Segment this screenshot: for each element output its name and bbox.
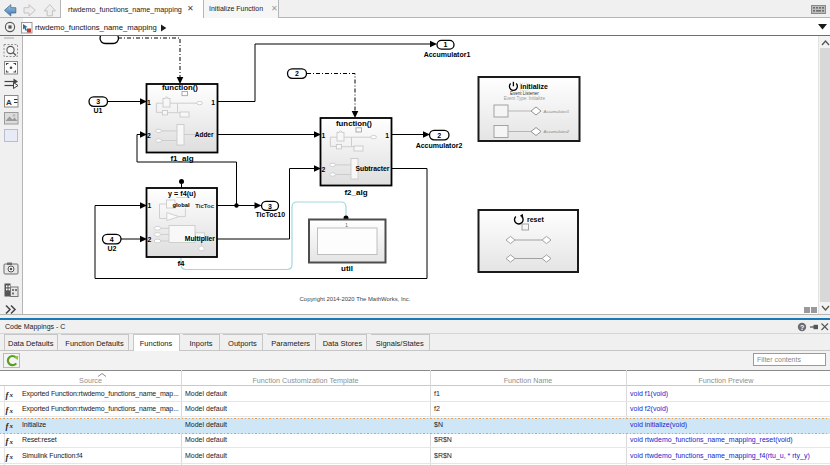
svg-text:U1: U1 (94, 107, 103, 114)
svg-text:Accumulator2: Accumulator2 (416, 142, 463, 149)
svg-text:Subtracter: Subtracter (356, 165, 390, 172)
svg-text:1: 1 (322, 132, 326, 139)
svg-text:Adder: Adder (195, 131, 214, 138)
svg-text:function(): function() (336, 119, 372, 128)
svg-text:1: 1 (444, 41, 448, 48)
svg-text:Event Type: Initialize: Event Type: Initialize (504, 96, 546, 101)
svg-text:function(): function() (162, 83, 198, 92)
svg-text:2: 2 (147, 132, 151, 139)
svg-text:3: 3 (268, 203, 272, 210)
svg-text:Copyright 2014-2020 The MathWo: Copyright 2014-2020 The MathWorks, Inc. (300, 296, 411, 302)
svg-text:1: 1 (148, 202, 152, 209)
svg-text:TicToc: TicToc (195, 203, 214, 209)
svg-text:2: 2 (322, 166, 326, 173)
svg-text:2: 2 (295, 70, 299, 77)
svg-text:?: ? (800, 323, 804, 330)
svg-text:Accumulator1: Accumulator1 (543, 109, 570, 114)
svg-text:U2: U2 (108, 245, 117, 252)
svg-text:2: 2 (148, 236, 152, 243)
svg-text:A: A (6, 98, 12, 107)
svg-text:3: 3 (96, 98, 100, 105)
svg-text:util: util (341, 264, 353, 273)
svg-text:Accumulator1: Accumulator1 (424, 51, 471, 58)
svg-text:2: 2 (437, 132, 441, 139)
svg-text:Accumulator2: Accumulator2 (543, 129, 570, 134)
svg-text:TicToc10: TicToc10 (255, 211, 285, 218)
svg-text:reset: reset (527, 216, 544, 223)
svg-text:f1_alg: f1_alg (170, 154, 193, 163)
svg-text:f2_alg: f2_alg (344, 188, 367, 197)
svg-text:1: 1 (385, 132, 389, 139)
svg-text:1: 1 (147, 99, 151, 106)
svg-text:f4: f4 (177, 259, 185, 268)
svg-text:global: global (172, 202, 189, 208)
svg-text:1: 1 (211, 99, 215, 106)
svg-text:Multiplier: Multiplier (185, 235, 216, 243)
svg-text:initialize: initialize (520, 83, 548, 90)
svg-text:y = f4(u): y = f4(u) (168, 189, 196, 198)
svg-text:4: 4 (110, 236, 114, 243)
